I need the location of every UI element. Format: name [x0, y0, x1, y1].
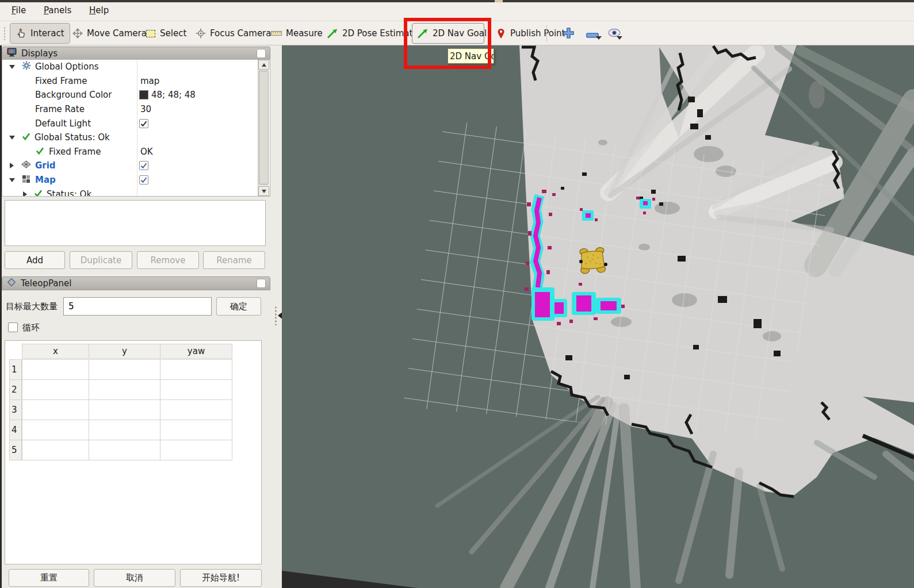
column-header-yaw[interactable]: yaw: [160, 344, 232, 359]
map-enabled-checkbox[interactable]: [139, 175, 148, 185]
map-render: [282, 45, 914, 588]
expander-closed-icon[interactable]: [23, 191, 27, 197]
expander-open-icon[interactable]: [9, 178, 15, 182]
row-header[interactable]: 5: [9, 440, 22, 460]
menu-help[interactable]: Help: [86, 2, 112, 18]
remove-button[interactable]: Remove: [137, 251, 199, 269]
row-header[interactable]: 3: [9, 399, 22, 420]
move-camera-tool-button[interactable]: Move Camera: [67, 23, 152, 44]
tree-row-frame-rate[interactable]: Frame Rate 30: [2, 102, 270, 117]
select-tool-button[interactable]: Select: [140, 23, 192, 44]
tree-row-background-color[interactable]: Background Color 48; 48; 48: [2, 88, 270, 102]
measure-tool-label: Measure: [286, 28, 323, 39]
visibility-dropdown-caret[interactable]: [617, 36, 622, 40]
row-header[interactable]: 2: [9, 379, 22, 400]
duplicate-button[interactable]: Duplicate: [70, 251, 132, 269]
tree-row-map-status[interactable]: Status: Ok: [2, 187, 270, 197]
table-cell[interactable]: [22, 379, 89, 400]
scrollbar-thumb[interactable]: [259, 71, 269, 185]
loop-label: 循环: [22, 322, 40, 333]
start-navigation-button[interactable]: 开始导航!: [180, 569, 262, 587]
interact-tool-button[interactable]: Interact: [10, 23, 70, 44]
add-button[interactable]: Add: [5, 251, 65, 269]
table-cell[interactable]: [89, 399, 160, 420]
tree-row-map[interactable]: Map: [2, 173, 270, 187]
cancel-button[interactable]: 取消: [94, 569, 175, 587]
tree-row-global-status[interactable]: Global Status: Ok: [2, 130, 270, 145]
displays-panel-titlebar[interactable]: Displays: [2, 47, 270, 60]
default-light-checkbox[interactable]: [139, 119, 148, 128]
tree-row-label: Frame Rate: [35, 104, 85, 114]
publish-point-tool-button[interactable]: Publish Point: [490, 23, 570, 44]
background-color-value[interactable]: 48; 48; 48: [151, 90, 196, 100]
table-cell[interactable]: [160, 420, 232, 440]
table-cell[interactable]: [160, 440, 232, 460]
reset-button[interactable]: 重置: [9, 569, 89, 587]
table-cell[interactable]: [160, 359, 232, 380]
frame-rate-value[interactable]: 30: [137, 102, 151, 117]
teleop-panel-float-checkbox[interactable]: [257, 279, 266, 288]
measure-tool-button[interactable]: Measure: [266, 23, 328, 44]
table-cell[interactable]: [89, 420, 160, 440]
scroll-down-button[interactable]: [258, 186, 269, 196]
move-camera-tool-label: Move Camera: [87, 28, 147, 39]
table-cell[interactable]: [160, 379, 232, 400]
expander-open-icon[interactable]: [9, 136, 15, 140]
tree-row-global-options[interactable]: Global Options: [2, 60, 270, 74]
robot-side-marker-right: [604, 263, 607, 266]
toolbar-drag-handle[interactable]: [3, 26, 6, 41]
ground-grid: [403, 120, 834, 440]
robot-side-marker-left: [579, 260, 583, 263]
crosshair-icon: [195, 28, 206, 39]
color-swatch[interactable]: [139, 90, 148, 99]
table-cell[interactable]: [22, 399, 89, 420]
ruler-icon: [271, 28, 282, 39]
column-header-x[interactable]: x: [22, 344, 89, 359]
expander-open-icon[interactable]: [9, 65, 15, 69]
goal-count-input[interactable]: [63, 297, 212, 316]
displays-panel-float-checkbox[interactable]: [257, 49, 266, 58]
tree-row-label: Fixed Frame: [35, 76, 87, 86]
teleop-panel-titlebar[interactable]: TeleopPanel: [2, 276, 270, 290]
fixed-frame-status-value: OK: [137, 145, 153, 159]
select-tool-label: Select: [160, 28, 186, 39]
remove-dropdown-caret[interactable]: [596, 36, 602, 40]
tree-scrollbar[interactable]: [258, 60, 269, 196]
toolbar-separator: [546, 25, 547, 41]
tree-row-grid[interactable]: Grid: [2, 159, 270, 173]
menu-panels[interactable]: Panels: [40, 2, 75, 18]
expander-closed-icon[interactable]: [10, 163, 14, 168]
menu-file[interactable]: File: [8, 2, 29, 18]
row-header[interactable]: 1: [9, 359, 22, 380]
table-cell[interactable]: [160, 399, 232, 420]
grid-enabled-checkbox[interactable]: [139, 161, 148, 170]
loop-checkbox[interactable]: [8, 322, 18, 332]
3d-viewport[interactable]: [282, 45, 914, 588]
tree-row-fixed-frame-status[interactable]: Fixed Frame OK: [2, 145, 270, 159]
table-cell[interactable]: [22, 440, 89, 460]
table-cell[interactable]: [89, 359, 160, 380]
tree-row-default-light[interactable]: Default Light: [2, 116, 270, 130]
table-cell[interactable]: [89, 379, 160, 400]
map-display-icon: [22, 175, 30, 186]
tree-row-label: Fixed Frame: [49, 147, 101, 157]
table-cell[interactable]: [89, 440, 160, 460]
column-header-y[interactable]: y: [89, 344, 160, 359]
focus-camera-tool-button[interactable]: Focus Camera: [190, 23, 276, 44]
add-display-icon[interactable]: [563, 27, 575, 41]
fixed-frame-value[interactable]: map: [137, 74, 159, 89]
table-cell[interactable]: [22, 359, 89, 380]
displays-tree: Global Options Fixed Frame map Backgroun…: [2, 59, 270, 197]
rename-button[interactable]: Rename: [203, 251, 265, 269]
goal-count-label: 目标最大数量: [6, 301, 58, 312]
tree-row-fixed-frame[interactable]: Fixed Frame map: [2, 74, 270, 89]
hand-cursor-icon: [16, 28, 26, 39]
confirm-button[interactable]: 确定: [216, 297, 261, 316]
table-cell[interactable]: [22, 420, 89, 440]
scroll-up-button[interactable]: [258, 60, 269, 70]
map-pin-icon: [495, 28, 506, 39]
publish-point-tool-label: Publish Point: [510, 28, 565, 39]
row-header[interactable]: 4: [9, 420, 22, 440]
diamond-icon: [7, 278, 16, 289]
panel-splitter[interactable]: [274, 306, 282, 325]
